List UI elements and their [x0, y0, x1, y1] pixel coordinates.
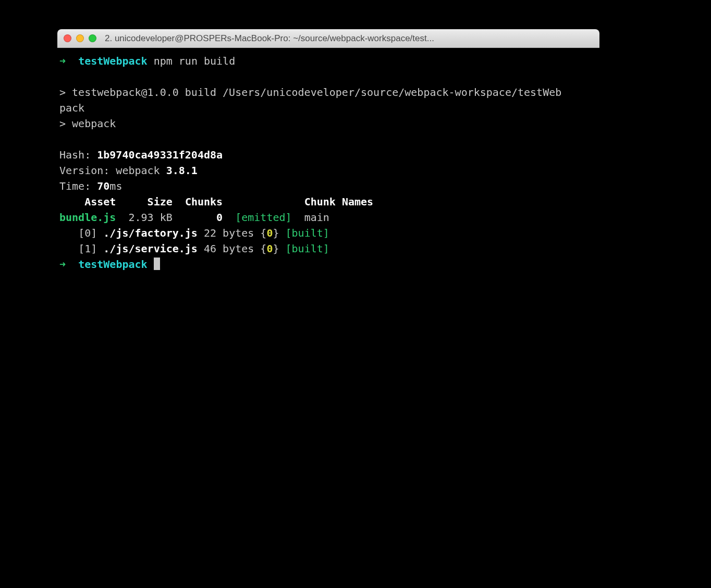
time-label: Time:	[59, 180, 97, 192]
terminal-body[interactable]: ➜ testWebpack npm run build > testwebpac…	[57, 48, 599, 274]
hash-value: 1b9740ca49331f204d8a	[97, 149, 223, 161]
prompt-cwd: testWebpack	[78, 55, 147, 67]
asset-name: bundle.js	[59, 211, 116, 224]
brace-open: {	[260, 227, 266, 239]
command-text: npm run build	[154, 55, 236, 67]
module-index: [0]	[78, 227, 97, 239]
asset-status: [emitted]	[235, 211, 291, 224]
asset-chunk-name: main	[304, 211, 329, 224]
npm-script-line: > testwebpack@1.0.0 build /Users/unicode…	[59, 86, 561, 99]
module-size: 22 bytes	[204, 227, 254, 239]
module-path: ./js/service.js	[103, 242, 198, 255]
brace-close: }	[273, 227, 279, 239]
col-asset: Asset	[84, 195, 116, 208]
module-index: [1]	[78, 242, 97, 255]
brace-open: {	[260, 242, 266, 255]
version-value: 3.8.1	[166, 164, 198, 177]
zoom-icon[interactable]	[89, 34, 96, 42]
npm-webpack-line: > webpack	[59, 117, 116, 130]
module-path: ./js/factory.js	[103, 227, 198, 239]
minimize-icon[interactable]	[76, 34, 84, 42]
module-status: [built]	[286, 242, 329, 255]
hash-label: Hash:	[59, 149, 97, 161]
module-size: 46 bytes	[204, 242, 254, 255]
version-label: Version: webpack	[59, 164, 166, 177]
prompt-cwd: testWebpack	[78, 258, 147, 271]
time-unit: ms	[109, 180, 122, 192]
cursor-icon	[154, 258, 160, 270]
npm-script-line-wrap: pack	[59, 102, 84, 114]
terminal-window: 2. unicodeveloper@PROSPERs-MacBook-Pro: …	[57, 29, 599, 519]
window-titlebar: 2. unicodeveloper@PROSPERs-MacBook-Pro: …	[57, 29, 599, 48]
brace-close: }	[273, 242, 279, 255]
col-chunk-names: Chunk Names	[304, 195, 373, 208]
time-value: 70	[97, 180, 109, 192]
traffic-lights	[64, 34, 96, 42]
window-title: 2. unicodeveloper@PROSPERs-MacBook-Pro: …	[102, 33, 593, 44]
module-status: [built]	[286, 227, 329, 239]
prompt-arrow-icon: ➜	[59, 258, 66, 271]
col-size: Size	[148, 195, 173, 208]
asset-chunk-id: 0	[216, 211, 223, 224]
module-chunk: 0	[266, 242, 273, 255]
module-chunk: 0	[266, 227, 273, 239]
col-chunks: Chunks	[185, 195, 223, 208]
asset-size: 2.93 kB	[128, 211, 172, 224]
close-icon[interactable]	[64, 34, 71, 42]
prompt-arrow-icon: ➜	[59, 55, 66, 67]
